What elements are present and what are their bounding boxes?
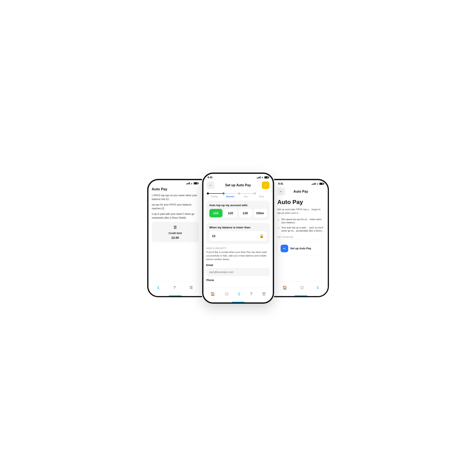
left-status-icons: ▲ bbox=[186, 182, 198, 185]
receipt-section: NEED A RECEIPT? If you'd like a receipt … bbox=[204, 246, 273, 285]
step-line-pay bbox=[240, 193, 254, 194]
credit-limit-value: £2.00 bbox=[171, 236, 179, 239]
step-amount: Amount bbox=[222, 192, 238, 198]
right-status-icons: ▲ bbox=[312, 183, 323, 185]
back-button[interactable]: ← bbox=[207, 181, 214, 189]
balance-card-title: When my balance is lower than: bbox=[209, 226, 267, 229]
step-dot-amount bbox=[222, 192, 224, 195]
receipt-description: If you'd like a receipt when your Auto P… bbox=[206, 250, 270, 261]
center-battery-icon bbox=[264, 176, 269, 178]
lightning-button[interactable]: ⚡ bbox=[262, 181, 269, 189]
right-signal bbox=[312, 183, 316, 185]
center-wifi-icon: ▲ bbox=[261, 176, 263, 178]
step-dot-energy bbox=[207, 192, 209, 195]
right-back-button[interactable]: ← bbox=[277, 188, 285, 195]
right-back-arrow-icon: ← bbox=[280, 190, 283, 193]
right-nav-balance[interactable]: £ bbox=[317, 286, 319, 290]
right-description: Set up automatic PAYG top-u... forget to… bbox=[277, 208, 324, 215]
center-scroll-area[interactable]: Auto top-up my account with: £10 £20 £30… bbox=[204, 201, 273, 287]
lightning-icon: ⚡ bbox=[263, 183, 268, 187]
step-pay: Pay bbox=[238, 192, 254, 198]
amount-btn-30[interactable]: £30 bbox=[239, 209, 252, 217]
checkmark-icon-1: ✓ bbox=[277, 218, 280, 224]
right-bottom-nav: 🏠 ⬡ £ bbox=[274, 281, 328, 296]
balance-value: £2 bbox=[212, 234, 216, 238]
left-phone: ▲ Auto Pay c PAYG top-ups so you never w… bbox=[147, 179, 202, 297]
center-nav-menu[interactable]: ☰ bbox=[262, 292, 266, 296]
right-nav-nodes[interactable]: ⬡ bbox=[300, 285, 304, 290]
get-started-label: GET STARTED bbox=[277, 236, 324, 238]
step-label-done: Done bbox=[259, 195, 264, 198]
trash-icon: 🗑 bbox=[173, 225, 177, 230]
lock-icon: 🔒 bbox=[259, 234, 264, 238]
step-energy: Energy bbox=[207, 192, 222, 198]
right-page-title: Auto Pay bbox=[293, 190, 308, 193]
amount-buttons-row: £10 £20 £30 Other bbox=[209, 209, 267, 217]
balance-card: When my balance is lower than: £2 🔒 bbox=[206, 223, 270, 244]
center-nav-balance[interactable]: £ bbox=[238, 292, 240, 296]
check-text-1: Set repeat top-ups for yo... meter when … bbox=[281, 218, 324, 224]
topup-card: Auto top-up my account with: £10 £20 £30… bbox=[206, 201, 270, 220]
amount-btn-10[interactable]: £10 bbox=[209, 209, 222, 217]
center-nav-help[interactable]: ? bbox=[250, 292, 252, 296]
amount-btn-20[interactable]: £20 bbox=[224, 209, 237, 217]
step-done: Done bbox=[254, 192, 269, 198]
right-big-title: Auto Pay bbox=[277, 199, 324, 205]
step-line-amount bbox=[224, 193, 238, 194]
check-text-2: Your auto top-up is paid ... card, so yo… bbox=[281, 226, 324, 233]
phone-label: Phone bbox=[206, 279, 270, 282]
setup-btn-label: Set up Auto Pay bbox=[290, 247, 311, 250]
check-item-2: ✓ Your auto top-up is paid ... card, so … bbox=[277, 226, 324, 233]
center-header: ← Set up Auto Pay ⚡ bbox=[204, 180, 273, 191]
back-arrow-icon: ← bbox=[209, 183, 212, 187]
wifi-icon: ▲ bbox=[191, 182, 193, 185]
right-header: ← Auto Pay bbox=[274, 186, 328, 198]
email-input[interactable] bbox=[206, 268, 270, 276]
signal-bars bbox=[186, 182, 190, 184]
right-battery-icon bbox=[319, 183, 323, 185]
right-status-bar: 9:41 ▲ bbox=[274, 180, 328, 186]
right-content: Auto Pay Set up automatic PAYG top-u... … bbox=[274, 199, 328, 255]
checkmark-icon-2: ✓ bbox=[277, 226, 280, 233]
center-status-icons: ▲ bbox=[257, 176, 269, 178]
topup-card-title: Auto top-up my account with: bbox=[209, 204, 267, 207]
step-label-pay: Pay bbox=[244, 195, 248, 198]
check-list: ✓ Set repeat top-ups for yo... meter whe… bbox=[277, 218, 324, 233]
left-content: Auto Pay c PAYG top-ups so you never whe… bbox=[149, 186, 202, 272]
right-nav-home[interactable]: 🏠 bbox=[283, 285, 287, 290]
step-line-energy bbox=[209, 193, 222, 194]
check-item-1: ✓ Set repeat top-ups for yo... meter whe… bbox=[277, 218, 324, 224]
step-dot-pay bbox=[238, 192, 240, 195]
center-nav-nodes[interactable]: ⬡ bbox=[225, 292, 228, 296]
step-label-energy: Energy bbox=[211, 195, 218, 198]
scene: ▲ Auto Pay c PAYG top-ups so you never w… bbox=[122, 172, 354, 304]
credit-limit-card: 🗑 Credit limit £2.00 bbox=[152, 222, 199, 242]
left-nav-help[interactable]: ? bbox=[173, 286, 175, 290]
left-nav-menu[interactable]: ☰ bbox=[189, 285, 193, 290]
center-signal bbox=[257, 176, 260, 178]
center-status-bar: 9:41 ▲ bbox=[204, 174, 273, 180]
left-bottom-nav: £ ? ☰ bbox=[149, 281, 202, 296]
battery-icon bbox=[194, 182, 198, 184]
left-desc1: c PAYG top-ups so you never when your ba… bbox=[152, 193, 199, 201]
step-label-amount: Amount bbox=[226, 195, 234, 198]
center-page-title: Set up Auto Pay bbox=[225, 183, 251, 187]
right-wifi-icon: ▲ bbox=[316, 183, 319, 185]
infinity-icon: ∞ bbox=[281, 245, 288, 252]
center-phone: 9:41 ▲ ← Set up Auto Pay ⚡ bbox=[202, 172, 274, 304]
left-nav-balance[interactable]: £ bbox=[157, 286, 159, 290]
receipt-heading: NEED A RECEIPT? bbox=[206, 247, 270, 250]
email-label: Email bbox=[206, 264, 270, 267]
credit-limit-label: Credit limit bbox=[169, 232, 182, 235]
left-status-bar: ▲ bbox=[149, 180, 202, 186]
center-nav-home[interactable]: 🏠 bbox=[210, 292, 215, 296]
right-time: 9:41 bbox=[278, 182, 283, 185]
left-desc3: o-up is paid with your bank ll never go … bbox=[152, 212, 199, 220]
amount-btn-other[interactable]: Other bbox=[254, 209, 267, 217]
progress-stepper: Energy Amount Pay bbox=[204, 191, 273, 201]
balance-row: £2 🔒 bbox=[209, 231, 267, 241]
center-time: 9:41 bbox=[208, 176, 213, 179]
center-bottom-nav: 🏠 ⬡ £ ? ☰ bbox=[204, 288, 273, 302]
setup-autopay-button[interactable]: ∞ Set up Auto Pay bbox=[277, 242, 324, 255]
left-desc2: op-ups for your PAYG your balance reache… bbox=[152, 203, 199, 210]
